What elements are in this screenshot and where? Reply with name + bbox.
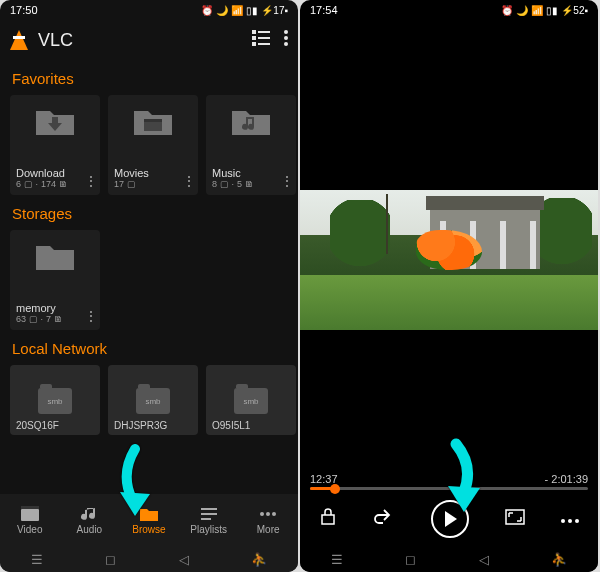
app-top-bar: VLC <box>0 20 298 60</box>
aspect-ratio-icon[interactable] <box>505 509 525 529</box>
overflow-menu-icon[interactable] <box>284 30 288 50</box>
svg-rect-12 <box>21 506 39 509</box>
playlists-icon <box>199 506 219 522</box>
play-button[interactable] <box>431 500 469 538</box>
time-remaining: - 2:01:39 <box>545 473 588 485</box>
status-bar: 17:54 ⏰ 🌙 📶 ▯▮ ⚡52▪ <box>300 0 598 20</box>
svg-point-6 <box>284 30 288 34</box>
svg-point-23 <box>575 519 579 523</box>
svg-point-18 <box>272 512 276 516</box>
accessibility-button[interactable]: ⛹ <box>251 552 267 567</box>
network-share[interactable]: smb 20SQ16F <box>10 365 100 435</box>
player-more-icon[interactable] <box>560 510 580 528</box>
svg-rect-5 <box>258 43 270 45</box>
svg-point-8 <box>284 42 288 46</box>
svg-rect-14 <box>201 513 217 515</box>
favorites-section-title: Favorites <box>0 60 298 95</box>
nav-playlists[interactable]: Playlists <box>179 494 239 546</box>
vlc-player-screen: 17:54 ⏰ 🌙 📶 ▯▮ ⚡52▪ <box>300 0 598 572</box>
svg-point-21 <box>561 519 565 523</box>
svg-point-17 <box>266 512 270 516</box>
smb-folder-icon: smb <box>234 388 268 414</box>
nav-audio[interactable]: Audio <box>60 494 120 546</box>
svg-point-7 <box>284 36 288 40</box>
svg-rect-0 <box>252 30 256 34</box>
progress-area: 12:37 - 2:01:39 <box>300 473 598 490</box>
svg-rect-3 <box>258 37 270 39</box>
vlc-browse-screen: 17:50 ⏰ 🌙 📶 ▯▮ ⚡17▪ VLC Favorites <box>0 0 298 572</box>
folder-icon <box>34 240 76 272</box>
favorite-movies[interactable]: Movies 17▢ ⋮ <box>108 95 198 195</box>
system-nav-bar: ☰ ◻ ◁ ⛹ <box>0 546 298 572</box>
home-button[interactable]: ◻ <box>105 552 116 567</box>
svg-rect-1 <box>258 31 270 33</box>
wifi-icon: 📶 <box>531 5 543 16</box>
accessibility-button[interactable]: ⛹ <box>551 552 567 567</box>
svg-point-16 <box>260 512 264 516</box>
back-button[interactable]: ◁ <box>179 552 189 567</box>
nav-browse[interactable]: Browse <box>119 494 179 546</box>
network-share[interactable]: smb DHJSPR3G <box>108 365 198 435</box>
status-time: 17:54 <box>310 4 338 16</box>
view-list-icon[interactable] <box>252 30 270 50</box>
play-icon <box>445 511 457 527</box>
nav-video[interactable]: Video <box>0 494 60 546</box>
lock-icon[interactable] <box>318 508 338 530</box>
dnd-icon: 🌙 <box>516 5 528 16</box>
svg-rect-13 <box>201 508 217 510</box>
home-button[interactable]: ◻ <box>405 552 416 567</box>
signal-icon: ▯▮ <box>246 5 258 16</box>
app-title: VLC <box>38 30 238 51</box>
nav-more[interactable]: More <box>238 494 298 546</box>
browse-icon <box>139 506 159 522</box>
bottom-nav: Video Audio Browse Playlists More <box>0 494 298 546</box>
svg-rect-11 <box>21 509 39 521</box>
smb-folder-icon: smb <box>38 388 72 414</box>
card-more-icon[interactable]: ⋮ <box>280 173 294 189</box>
favorite-music[interactable]: Music 8▢ · 5🗎 ⋮ <box>206 95 296 195</box>
storages-section-title: Storages <box>0 195 298 230</box>
svg-rect-19 <box>322 515 334 524</box>
signal-icon: ▯▮ <box>546 5 558 16</box>
seek-bar[interactable] <box>310 487 588 490</box>
card-more-icon[interactable]: ⋮ <box>84 308 98 324</box>
music-folder-icon <box>230 105 272 137</box>
download-folder-icon <box>34 105 76 137</box>
status-time: 17:50 <box>10 4 38 16</box>
status-icons: ⏰ 🌙 📶 ▯▮ ⚡17▪ <box>201 5 288 16</box>
recent-apps-button[interactable]: ☰ <box>331 552 343 567</box>
status-icons: ⏰ 🌙 📶 ▯▮ ⚡52▪ <box>501 5 588 16</box>
system-nav-bar: ☰ ◻ ◁ ⛹ <box>300 546 598 572</box>
vlc-logo-icon <box>10 30 28 50</box>
player-controls <box>300 496 598 542</box>
movies-folder-icon <box>132 105 174 137</box>
card-more-icon[interactable]: ⋮ <box>182 173 196 189</box>
battery-icon: ⚡17▪ <box>261 5 288 16</box>
repeat-icon[interactable] <box>373 508 395 530</box>
local-network-row: smb 20SQ16F smb DHJSPR3G smb O95I5L1 <box>0 365 298 435</box>
back-button[interactable]: ◁ <box>479 552 489 567</box>
alarm-icon: ⏰ <box>501 5 513 16</box>
favorites-row: Download 6▢ · 174🗎 ⋮ Movies 17▢ ⋮ Music … <box>0 95 298 195</box>
storages-row: memory 63▢ · 7🗎 ⋮ <box>0 230 298 330</box>
wifi-icon: 📶 <box>231 5 243 16</box>
favorite-download[interactable]: Download 6▢ · 174🗎 ⋮ <box>10 95 100 195</box>
svg-rect-15 <box>201 518 211 520</box>
video-icon <box>20 506 40 522</box>
alarm-icon: ⏰ <box>201 5 213 16</box>
status-bar: 17:50 ⏰ 🌙 📶 ▯▮ ⚡17▪ <box>0 0 298 20</box>
svg-point-22 <box>568 519 572 523</box>
svg-rect-2 <box>252 36 256 40</box>
card-more-icon[interactable]: ⋮ <box>84 173 98 189</box>
storage-internal[interactable]: memory 63▢ · 7🗎 ⋮ <box>10 230 100 330</box>
svg-rect-10 <box>144 119 162 122</box>
smb-folder-icon: smb <box>136 388 170 414</box>
network-share[interactable]: smb O95I5L1 <box>206 365 296 435</box>
svg-rect-4 <box>252 42 256 46</box>
audio-icon <box>79 506 99 522</box>
video-frame[interactable] <box>300 190 598 330</box>
recent-apps-button[interactable]: ☰ <box>31 552 43 567</box>
dnd-icon: 🌙 <box>216 5 228 16</box>
more-icon <box>258 506 278 522</box>
battery-icon: ⚡52▪ <box>561 5 588 16</box>
